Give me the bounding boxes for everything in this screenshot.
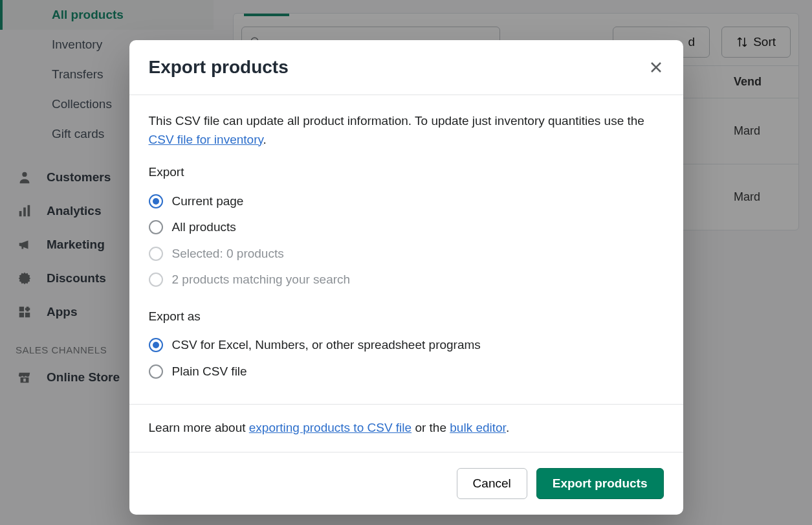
modal-learn-more: Learn more about exporting products to C… [129,405,683,452]
radio-icon [149,273,163,287]
export-products-button[interactable]: Export products [536,468,664,499]
modal-title: Export products [149,57,289,78]
close-button[interactable] [648,60,664,75]
radio-label: 2 products matching your search [172,271,351,289]
cancel-button[interactable]: Cancel [457,468,527,499]
radio-icon [149,338,163,352]
bulk-editor-link[interactable]: bulk editor [450,421,506,434]
radio-icon [149,194,163,208]
radio-all-products[interactable]: All products [149,214,664,241]
export-modal: Export products This CSV file can update… [129,40,683,515]
radio-plain-csv[interactable]: Plain CSV file [149,359,664,385]
radio-current-page[interactable]: Current page [149,188,664,215]
radio-icon [149,220,163,234]
modal-overlay: Export products This CSV file can update… [0,0,812,525]
radio-label: Selected: 0 products [172,245,284,263]
radio-selected-products: Selected: 0 products [149,241,664,267]
modal-body: This CSV file can update all product inf… [129,95,683,404]
modal-header: Export products [129,40,683,95]
radio-matching-search: 2 products matching your search [149,267,664,293]
radio-icon [149,247,163,261]
radio-csv-excel[interactable]: CSV for Excel, Numbers, or other spreads… [149,332,664,359]
radio-label: Current page [172,192,244,211]
radio-icon [149,364,163,379]
radio-label: All products [172,218,236,237]
export-csv-link[interactable]: exporting products to CSV file [249,421,411,434]
inventory-csv-link[interactable]: CSV file for inventory [149,133,263,146]
close-icon [648,60,664,75]
radio-label: CSV for Excel, Numbers, or other spreads… [172,336,481,355]
export-as-group-label: Export as [149,307,664,326]
intro-text: This CSV file can update all product inf… [149,112,664,149]
radio-label: Plain CSV file [172,363,247,381]
export-group-label: Export [149,163,664,182]
modal-footer: Cancel Export products [129,452,683,515]
